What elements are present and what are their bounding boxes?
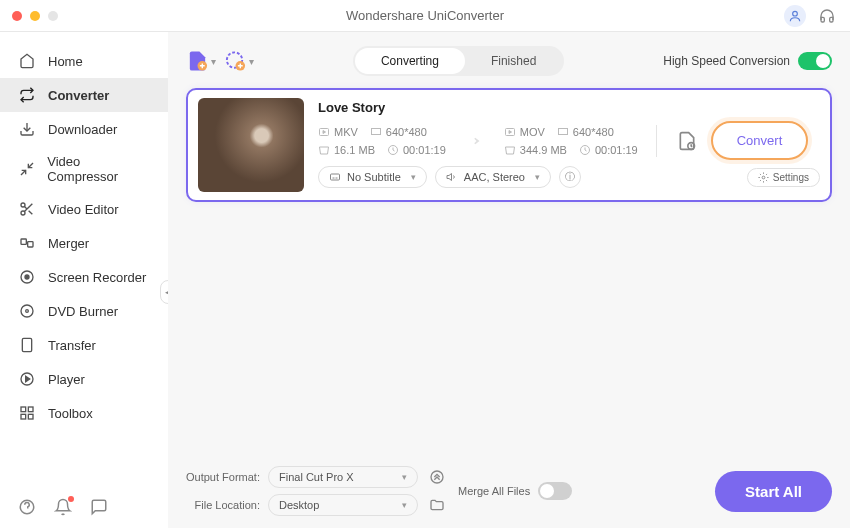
sidebar-item-label: Transfer (48, 338, 96, 353)
output-settings-icon[interactable] (675, 129, 699, 153)
svg-marker-38 (447, 174, 452, 181)
sidebar-item-transfer[interactable]: Transfer (0, 328, 168, 362)
sidebar-item-label: Screen Recorder (48, 270, 146, 285)
sidebar-item-converter[interactable]: Converter (0, 78, 168, 112)
download-icon (18, 120, 36, 138)
svg-line-8 (24, 206, 27, 209)
svg-rect-19 (21, 407, 26, 412)
target-format: MOV (504, 126, 545, 138)
sidebar-item-compressor[interactable]: Video Compressor (0, 146, 168, 192)
svg-rect-30 (371, 128, 380, 134)
audio-select[interactable]: AAC, Stereo ▾ (435, 166, 551, 188)
start-all-button[interactable]: Start All (715, 471, 832, 512)
target-duration: 00:01:19 (579, 144, 638, 156)
svg-marker-18 (26, 376, 30, 381)
disc-icon (18, 302, 36, 320)
svg-line-7 (29, 211, 33, 215)
sidebar-item-editor[interactable]: Video Editor (0, 192, 168, 226)
merge-icon (18, 234, 36, 252)
record-icon (18, 268, 36, 286)
chevron-down-icon: ▾ (249, 56, 254, 67)
merge-label: Merge All Files (458, 485, 530, 497)
home-icon (18, 52, 36, 70)
close-window-button[interactable] (12, 11, 22, 21)
sidebar-item-label: Downloader (48, 122, 117, 137)
minimize-window-button[interactable] (30, 11, 40, 21)
sidebar-item-dvd[interactable]: DVD Burner (0, 294, 168, 328)
svg-rect-20 (28, 407, 33, 412)
chevron-down-icon: ▾ (402, 500, 407, 510)
svg-rect-37 (331, 174, 340, 180)
sidebar-item-recorder[interactable]: Screen Recorder (0, 260, 168, 294)
add-file-button[interactable]: ▾ (186, 46, 216, 76)
svg-rect-10 (28, 242, 33, 247)
merge-toggle[interactable] (538, 482, 572, 500)
sidebar-item-label: Video Compressor (47, 154, 150, 184)
help-icon[interactable] (18, 498, 36, 516)
output-format-select[interactable]: Final Cut Pro X ▾ (268, 466, 418, 488)
add-folder-button[interactable]: ▾ (224, 46, 254, 76)
svg-point-5 (21, 211, 25, 215)
file-title: Love Story (318, 100, 820, 115)
video-thumbnail[interactable] (198, 98, 304, 192)
sidebar-item-merger[interactable]: Merger (0, 226, 168, 260)
play-icon (18, 370, 36, 388)
svg-rect-22 (21, 414, 26, 419)
audio-value: AAC, Stereo (464, 171, 525, 183)
svg-rect-9 (21, 239, 26, 244)
svg-line-3 (21, 170, 26, 175)
svg-marker-33 (509, 130, 512, 133)
arrow-right-icon (464, 132, 486, 150)
sidebar-item-label: Merger (48, 236, 89, 251)
svg-point-0 (793, 11, 798, 16)
sidebar: Home Converter Downloader Video Compress… (0, 32, 168, 528)
account-icon[interactable] (784, 5, 806, 27)
high-speed-label: High Speed Conversion (663, 54, 790, 68)
sidebar-item-label: Player (48, 372, 85, 387)
file-card[interactable]: Love Story MKV 640*480 16.1 MB 00:01:19 (186, 88, 832, 202)
sidebar-item-home[interactable]: Home (0, 44, 168, 78)
open-folder-icon[interactable] (426, 494, 448, 516)
converter-icon (18, 86, 36, 104)
tab-finished[interactable]: Finished (465, 48, 562, 74)
target-resolution: 640*480 (557, 126, 614, 138)
app-title: Wondershare UniConverter (346, 8, 504, 23)
info-icon[interactable]: ⓘ (559, 166, 581, 188)
svg-point-13 (21, 305, 33, 317)
file-location-select[interactable]: Desktop ▾ (268, 494, 418, 516)
bottom-bar: Output Format: Final Cut Pro X ▾ File Lo… (186, 456, 832, 516)
source-resolution: 640*480 (370, 126, 427, 138)
subtitle-value: No Subtitle (347, 171, 401, 183)
svg-rect-34 (558, 128, 567, 134)
transfer-icon (18, 336, 36, 354)
content-area: ▾ ▾ Converting Finished High Speed Conve… (168, 32, 850, 528)
output-format-label: Output Format: (186, 471, 260, 483)
file-location-label: File Location: (186, 499, 260, 511)
support-icon[interactable] (816, 5, 838, 27)
sidebar-item-player[interactable]: Player (0, 362, 168, 396)
source-size: 16.1 MB (318, 144, 375, 156)
maximize-window-button[interactable] (48, 11, 58, 21)
sidebar-item-label: Converter (48, 88, 109, 103)
svg-rect-21 (28, 414, 33, 419)
status-tabs: Converting Finished (353, 46, 564, 76)
sidebar-item-downloader[interactable]: Downloader (0, 112, 168, 146)
settings-button[interactable]: Settings (747, 168, 820, 187)
feedback-icon[interactable] (90, 498, 108, 516)
title-bar: Wondershare UniConverter (0, 0, 850, 32)
notifications-icon[interactable] (54, 498, 72, 516)
sidebar-item-toolbox[interactable]: Toolbox (0, 396, 168, 430)
divider (656, 125, 657, 157)
output-format-value: Final Cut Pro X (279, 471, 354, 483)
svg-line-2 (28, 163, 33, 168)
compress-output-icon[interactable] (426, 466, 448, 488)
tab-converting[interactable]: Converting (355, 48, 465, 74)
subtitle-select[interactable]: No Subtitle ▾ (318, 166, 427, 188)
high-speed-toggle[interactable] (798, 52, 832, 70)
sidebar-item-label: Home (48, 54, 83, 69)
target-size: 344.9 MB (504, 144, 567, 156)
svg-point-4 (21, 203, 25, 207)
source-format: MKV (318, 126, 358, 138)
chevron-down-icon: ▾ (535, 172, 540, 182)
convert-button[interactable]: Convert (711, 121, 809, 160)
